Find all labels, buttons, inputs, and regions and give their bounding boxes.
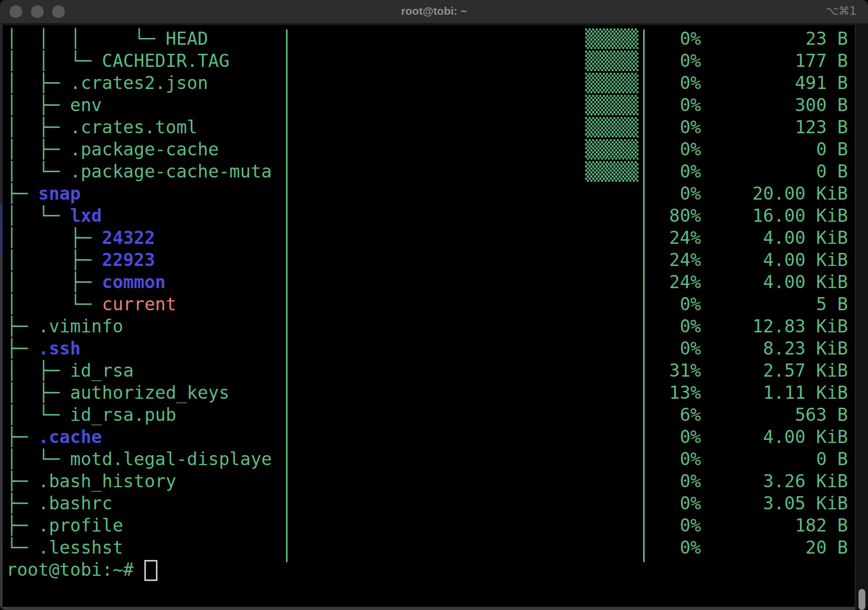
- file-size: 5 B: [6, 293, 848, 316]
- file-size: 4.00 KiB: [6, 426, 848, 448]
- file-size: 23 B: [6, 28, 848, 50]
- tree-row: │ └─ .package-cache-muta▒▒▒▒▒0%0 B: [6, 161, 272, 183]
- file-size: 563 B: [6, 404, 848, 426]
- file-size: 123 B: [6, 116, 848, 139]
- background-window-accent: [0, 203, 3, 254]
- tree-row: │ ├─ id_rsa31%2.57 KiB: [6, 360, 272, 382]
- file-size: 300 B: [6, 94, 848, 116]
- tree-row: │ └─ motd.legal-displaye0%0 B: [6, 448, 272, 470]
- tree-row: ├─ .viminfo0%12.83 KiB: [6, 316, 272, 338]
- scrollbar-track: [855, 25, 868, 610]
- tree-row: ├─ .ssh0%8.23 KiB: [6, 338, 272, 360]
- file-size: 4.00 KiB: [6, 271, 848, 293]
- scrollbar-thumb[interactable]: [859, 589, 865, 610]
- file-size: 177 B: [6, 50, 848, 72]
- tree-row: └─ .lesshst0%20 B: [6, 537, 272, 559]
- terminal-cursor: [144, 560, 157, 581]
- background-window-edge-bottom: [0, 607, 868, 610]
- file-size: 4.00 KiB: [6, 227, 848, 249]
- window-title: root@tobi: ~: [0, 5, 868, 17]
- tree-row: ├─ snap0%20.00 KiB: [6, 183, 272, 205]
- tree-row: │ ├─ 2432224%4.00 KiB: [6, 227, 272, 249]
- tree-row: │ ├─ authorized_keys13%1.11 KiB: [6, 382, 272, 404]
- shell-prompt: root@tobi:~#: [6, 559, 134, 580]
- file-size: 3.26 KiB: [6, 470, 848, 493]
- file-size: 3.05 KiB: [6, 493, 848, 515]
- tree-row: ├─ .bash_history0%3.26 KiB: [6, 470, 272, 493]
- tree-row: │ └─ lxd80%16.00 KiB: [6, 205, 272, 227]
- file-size: 182 B: [6, 515, 848, 537]
- tree-row: │ └─ id_rsa.pub6%563 B: [6, 404, 272, 426]
- window-shortcut-badge: ⌥⌘1: [825, 5, 856, 17]
- tree-row: │ ├─ common24%4.00 KiB: [6, 271, 272, 293]
- tree-row: │ ├─ .package-cache▒▒▒▒▒0%0 B: [6, 139, 272, 161]
- tree-row: │ │ └─ CACHEDIR.TAG▒▒▒▒▒0%177 B: [6, 50, 272, 72]
- file-size: 12.83 KiB: [6, 316, 848, 338]
- file-size: 4.00 KiB: [6, 249, 848, 271]
- file-tree: │ │ │ └─ HEAD▒▒▒▒▒0%23 B │ │ └─ CACHEDIR…: [6, 28, 272, 559]
- tree-row: ├─ .cache0%4.00 KiB: [6, 426, 272, 448]
- tree-row: │ ├─ 2292324%4.00 KiB: [6, 249, 272, 271]
- tree-row: │ ├─ .crates2.json▒▒▒▒▒0%491 B: [6, 72, 272, 94]
- terminal-window: root@tobi: ~ ⌥⌘1 │ │ │ └─ HEAD▒▒▒▒▒0%23 …: [0, 0, 868, 610]
- tree-row: ├─ .bashrc0%3.05 KiB: [6, 493, 272, 515]
- terminal-content[interactable]: │ │ │ └─ HEAD▒▒▒▒▒0%23 B │ │ └─ CACHEDIR…: [0, 25, 868, 610]
- file-size: 2.57 KiB: [6, 360, 848, 382]
- tree-row: │ │ │ └─ HEAD▒▒▒▒▒0%23 B: [6, 28, 272, 50]
- tree-row: │ ├─ .crates.toml▒▒▒▒▒0%123 B: [6, 116, 272, 139]
- background-window-edge-lower: [0, 254, 3, 610]
- file-size: 20.00 KiB: [6, 183, 848, 205]
- file-size: 0 B: [6, 161, 848, 183]
- file-size: 491 B: [6, 72, 848, 94]
- background-window-edge-left: [0, 24, 3, 610]
- file-size: 8.23 KiB: [6, 338, 848, 360]
- titlebar[interactable]: root@tobi: ~ ⌥⌘1: [0, 0, 868, 25]
- tree-row: ├─ .profile0%182 B: [6, 515, 272, 537]
- tree-row: │ ├─ env▒▒▒▒▒0%300 B: [6, 94, 272, 116]
- prompt-row: root@tobi:~#: [6, 559, 134, 581]
- file-size: 0 B: [6, 139, 848, 161]
- file-size: 0 B: [6, 448, 848, 470]
- file-size: 20 B: [6, 537, 848, 559]
- file-size: 1.11 KiB: [6, 382, 848, 404]
- tree-row: │ └─ current0%5 B: [6, 293, 272, 316]
- file-size: 16.00 KiB: [6, 205, 848, 227]
